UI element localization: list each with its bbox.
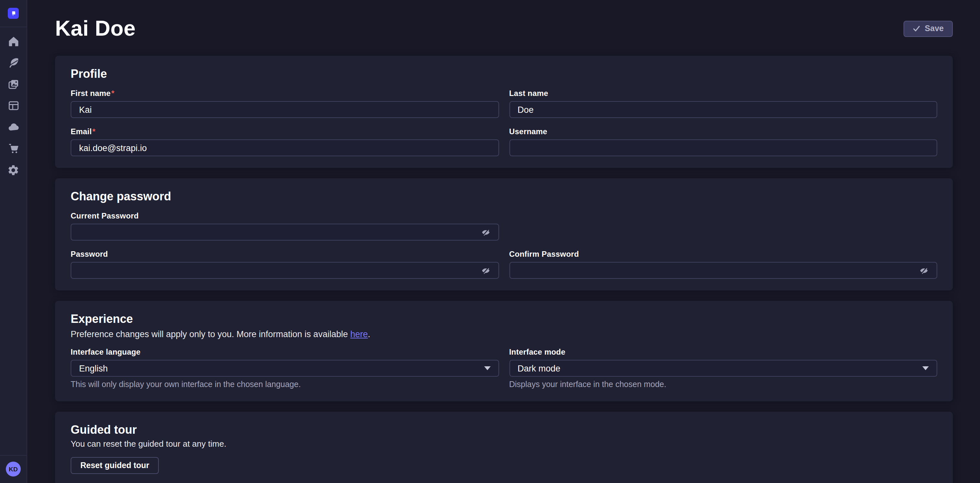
toggle-confirm-password-visibility[interactable] <box>914 266 929 275</box>
username-field: Username <box>509 127 937 156</box>
experience-description-text: Preference changes will apply only to yo… <box>71 329 350 339</box>
change-password-card: Change password Current Password <box>55 178 953 290</box>
email-input[interactable] <box>79 143 490 153</box>
strapi-logo-icon[interactable] <box>8 8 19 19</box>
confirm-password-input[interactable] <box>517 266 914 275</box>
current-password-label: Current Password <box>71 211 139 220</box>
experience-grid: Interface language English This will onl… <box>71 348 937 390</box>
current-password-input[interactable] <box>79 227 476 237</box>
first-name-field: First name* <box>71 89 499 118</box>
last-name-label: Last name <box>509 89 548 98</box>
sidebar-item-content-type-builder[interactable] <box>3 95 24 116</box>
profile-card-title: Profile <box>71 67 937 80</box>
layout-icon <box>7 99 20 112</box>
experience-description-suffix: . <box>368 329 371 339</box>
confirm-password-field: Confirm Password <box>509 250 937 279</box>
interface-language-field: Interface language English This will onl… <box>71 348 499 390</box>
profile-card: Profile First name* Last name Email* <box>55 56 953 168</box>
reset-guided-tour-button[interactable]: Reset guided tour <box>71 457 159 474</box>
save-button[interactable]: Save <box>904 21 953 37</box>
main-nav-sidebar: KD <box>0 0 27 483</box>
page-header: Kai Doe Save <box>55 16 953 41</box>
last-name-input[interactable] <box>517 105 929 115</box>
eye-off-icon <box>480 266 490 275</box>
toggle-password-visibility[interactable] <box>476 266 490 275</box>
sidebar-item-settings[interactable] <box>3 159 24 180</box>
required-asterisk: * <box>111 89 115 98</box>
sidebar-item-content-manager[interactable] <box>3 53 24 73</box>
chevron-down-icon <box>484 366 490 370</box>
viewport: KD Kai Doe Save Profile First name* <box>0 0 980 483</box>
chevron-down-icon <box>922 366 929 370</box>
page-title: Kai Doe <box>55 16 136 41</box>
toggle-current-password-visibility[interactable] <box>476 227 490 237</box>
cart-icon <box>7 142 20 155</box>
home-icon <box>7 35 20 48</box>
password-input[interactable] <box>79 266 476 275</box>
empty-cell <box>509 211 937 241</box>
eye-off-icon <box>480 227 490 237</box>
experience-card-title: Experience <box>71 312 937 325</box>
confirm-password-label: Confirm Password <box>509 250 579 259</box>
guided-tour-card-title: Guided tour <box>71 423 937 436</box>
interface-language-value: English <box>79 363 108 373</box>
interface-language-hint: This will only display your own interfac… <box>71 380 499 390</box>
images-icon <box>7 78 20 91</box>
sidebar-item-media-library[interactable] <box>3 74 24 95</box>
username-input[interactable] <box>517 143 929 153</box>
main-content: Kai Doe Save Profile First name* Last <box>27 0 980 483</box>
gear-icon <box>7 164 19 176</box>
interface-mode-select[interactable]: Dark mode <box>509 360 937 377</box>
check-icon <box>913 25 920 32</box>
email-field: Email* <box>71 127 499 156</box>
sidebar-item-home[interactable] <box>3 31 24 52</box>
nav-list <box>3 31 24 180</box>
interface-mode-field: Interface mode Dark mode Displays your i… <box>509 348 937 390</box>
experience-card: Experience Preference changes will apply… <box>55 301 953 401</box>
password-label: Password <box>71 250 108 259</box>
more-information-link[interactable]: here <box>350 329 368 339</box>
guided-tour-description: You can reset the guided tour at any tim… <box>71 439 937 449</box>
cloud-icon <box>7 121 20 134</box>
feather-icon <box>7 56 20 69</box>
interface-mode-value: Dark mode <box>517 363 560 373</box>
eye-off-icon <box>919 266 929 275</box>
required-asterisk: * <box>92 127 95 136</box>
last-name-field: Last name <box>509 89 937 118</box>
guided-tour-card: Guided tour You can reset the guided tou… <box>55 412 953 483</box>
interface-mode-label: Interface mode <box>509 348 565 357</box>
change-password-card-title: Change password <box>71 190 937 203</box>
username-label: Username <box>509 127 547 136</box>
first-name-label: First name <box>71 89 110 98</box>
strapi-admin-app: KD Kai Doe Save Profile First name* <box>0 0 980 483</box>
profile-grid: First name* Last name Email* <box>71 89 937 156</box>
interface-language-label: Interface language <box>71 348 141 357</box>
save-button-label: Save <box>925 24 944 33</box>
sidebar-footer: KD <box>0 455 27 483</box>
first-name-input[interactable] <box>79 105 490 115</box>
user-avatar[interactable]: KD <box>6 462 21 477</box>
current-password-field: Current Password <box>71 211 499 241</box>
interface-language-select[interactable]: English <box>71 360 499 377</box>
experience-description: Preference changes will apply only to yo… <box>71 329 937 340</box>
sidebar-item-marketplace[interactable] <box>3 138 24 159</box>
logo-area <box>0 0 27 27</box>
sidebar-item-deploy[interactable] <box>3 117 24 137</box>
password-grid: Current Password Pass <box>71 211 937 279</box>
interface-mode-hint: Displays your interface in the chosen mo… <box>509 380 937 390</box>
email-label: Email <box>71 127 92 136</box>
password-field: Password <box>71 250 499 279</box>
